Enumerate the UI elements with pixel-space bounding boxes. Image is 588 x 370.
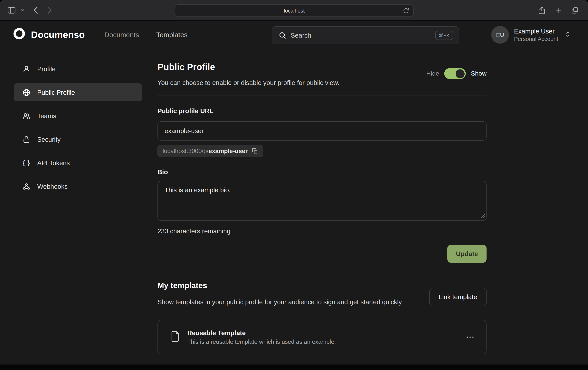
documenso-logo-icon [12, 27, 26, 43]
sidebar-item-webhooks[interactable]: Webhooks [14, 177, 142, 195]
page-subtitle: You can choose to enable or disable your… [158, 79, 486, 87]
characters-remaining: 233 characters remaining [158, 227, 486, 235]
sidebar-item-label: API Tokens [37, 159, 70, 167]
search-input[interactable] [291, 31, 431, 39]
sidebar-item-profile[interactable]: Profile [14, 60, 142, 78]
ellipsis-icon [466, 335, 474, 339]
my-templates-header: My templates Show templates in your publ… [158, 281, 486, 307]
toggle-knob [456, 69, 465, 78]
settings-sidebar: Profile Public Profile Teams Security { … [0, 49, 158, 195]
sidebar-item-label: Webhooks [37, 183, 68, 190]
copy-icon[interactable] [252, 148, 258, 154]
avatar: EU [491, 26, 509, 44]
webhook-icon [22, 182, 31, 190]
url-field-label: Public profile URL [158, 107, 486, 115]
user-icon [22, 65, 31, 73]
app-header: Documenso Documents Templates ⌘+K EU Exa… [0, 21, 588, 49]
template-title: Reusable Template [187, 329, 336, 337]
resize-handle-icon[interactable] [481, 213, 485, 220]
nav-templates[interactable]: Templates [156, 31, 188, 39]
account-name: Example User [514, 28, 558, 35]
search-box[interactable]: ⌘+K [272, 26, 459, 44]
sidebar-toggle-icon[interactable] [7, 7, 16, 13]
sidebar-item-teams[interactable]: Teams [14, 107, 142, 125]
search-shortcut: ⌘+K [435, 31, 453, 40]
template-actions-button[interactable] [466, 335, 474, 339]
braces-icon: { } [22, 159, 31, 166]
reload-icon[interactable] [403, 7, 409, 14]
search-icon [279, 31, 286, 39]
forward-icon [47, 6, 52, 14]
visibility-control: Hide Show [426, 68, 486, 79]
chevron-up-down-icon [565, 31, 571, 39]
show-label: Show [471, 70, 486, 77]
sidebar-item-public-profile[interactable]: Public Profile [14, 83, 142, 101]
sidebar-item-api-tokens[interactable]: { } API Tokens [14, 154, 142, 172]
profile-visibility-toggle[interactable] [444, 68, 466, 79]
address-bar[interactable]: localhost [175, 4, 414, 17]
tab-overview-icon[interactable] [571, 6, 578, 14]
file-icon [170, 330, 181, 344]
divider [158, 95, 486, 96]
avatar-initials: EU [496, 31, 504, 38]
globe-icon [22, 88, 31, 96]
template-card[interactable]: Reusable Template This is a reusable tem… [158, 320, 486, 354]
top-nav: Documents Templates [105, 31, 188, 39]
window-bottom-edge [0, 365, 588, 370]
users-icon [22, 112, 31, 120]
sidebar-item-label: Teams [37, 112, 56, 120]
browser-toolbar: localhost [0, 0, 588, 21]
chevron-down-icon[interactable] [20, 9, 25, 12]
share-icon[interactable] [538, 6, 545, 14]
account-menu[interactable]: EU Example User Personal Account [491, 26, 571, 44]
new-tab-icon[interactable] [555, 7, 562, 14]
browser-window: localhost Documenso Documents [0, 0, 588, 370]
sidebar-item-label: Public Profile [37, 89, 75, 96]
url-preview-slug: example-user [208, 147, 248, 154]
bio-field-label: Bio [158, 168, 486, 176]
lock-icon [22, 135, 31, 144]
bio-textarea[interactable]: This is an example bio. [158, 181, 486, 221]
template-description: This is a reusable template which is use… [187, 338, 336, 345]
address-bar-url: localhost [284, 8, 305, 13]
update-button[interactable]: Update [447, 245, 486, 263]
url-preview-chip: localhost:3000/p/example-user [158, 145, 263, 157]
brand-name: Documenso [31, 29, 85, 40]
hide-label: Hide [426, 70, 439, 77]
link-template-button[interactable]: Link template [429, 288, 486, 306]
my-templates-description: Show templates in your public profile fo… [158, 297, 428, 307]
sidebar-item-label: Security [37, 136, 61, 143]
sidebar-item-security[interactable]: Security [14, 130, 142, 148]
sidebar-item-label: Profile [37, 65, 56, 73]
public-profile-settings: Public Profile You can choose to enable … [158, 50, 486, 354]
nav-documents[interactable]: Documents [105, 31, 139, 39]
account-type: Personal Account [514, 36, 558, 42]
url-preview-prefix: localhost:3000/p/ [163, 147, 208, 154]
public-profile-url-input[interactable] [158, 121, 486, 141]
brand[interactable]: Documenso [12, 27, 85, 43]
back-icon[interactable] [33, 6, 38, 14]
